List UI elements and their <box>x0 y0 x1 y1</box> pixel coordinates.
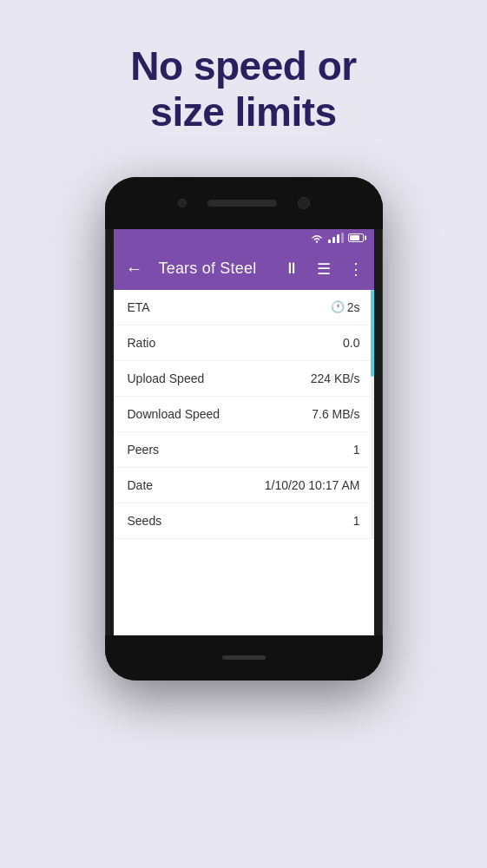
signal-icon <box>328 233 344 243</box>
svg-point-0 <box>315 240 317 242</box>
table-row: Date1/10/20 10:17 AM <box>114 468 374 503</box>
info-value: 0.0 <box>343 336 359 350</box>
info-value: 🕐2s <box>331 300 360 314</box>
battery-icon <box>348 233 364 242</box>
table-row: Upload Speed224 KB/s <box>114 361 374 397</box>
info-value: 1 <box>353 443 360 457</box>
battery-fill <box>350 235 359 240</box>
headline-line1: No speed or <box>130 43 356 89</box>
table-row: Seeds1 <box>114 503 374 539</box>
wifi-icon <box>310 233 324 243</box>
info-rows-container: ETA🕐2sRatio0.0Upload Speed224 KB/sDownlo… <box>114 290 374 539</box>
camera-dot-2 <box>298 197 310 209</box>
list-button[interactable]: ☰ <box>317 260 331 279</box>
info-label: Date <box>128 478 154 492</box>
status-icons <box>310 233 364 243</box>
info-value-text: 1 <box>353 514 360 528</box>
info-value: 1 <box>353 514 360 528</box>
clock-icon: 🕐 <box>331 300 345 313</box>
info-label: Download Speed <box>128 407 220 421</box>
scroll-indicator <box>371 290 374 539</box>
phone-shell: ← Tears of Steel ⏸ ☰ ⋮ ETA🕐2sRatio0.0Upl… <box>105 177 383 681</box>
table-row: Peers1 <box>114 432 374 468</box>
toolbar-actions: ⏸ ☰ ⋮ <box>284 260 364 279</box>
headline: No speed or size limits <box>95 43 391 135</box>
info-value: 224 KB/s <box>311 372 360 385</box>
back-button[interactable]: ← <box>124 259 145 279</box>
info-value-text: 1 <box>353 443 360 457</box>
info-value-text: 224 KB/s <box>311 372 360 385</box>
table-row: Ratio0.0 <box>114 326 374 361</box>
more-button[interactable]: ⋮ <box>348 260 364 279</box>
app-toolbar: ← Tears of Steel ⏸ ☰ ⋮ <box>114 248 374 290</box>
info-label: Ratio <box>128 336 156 350</box>
phone-top-bar <box>105 177 383 229</box>
camera-area <box>178 197 310 209</box>
toolbar-title: Tears of Steel <box>159 260 270 278</box>
info-label: Peers <box>128 443 160 457</box>
info-value-text: 7.6 MB/s <box>312 407 359 421</box>
info-value: 7.6 MB/s <box>312 407 359 421</box>
home-indicator <box>222 655 266 660</box>
speaker <box>207 200 277 207</box>
status-bar <box>114 227 374 248</box>
table-row: Download Speed7.6 MB/s <box>114 397 374 432</box>
info-value-text: 2s <box>347 300 360 314</box>
info-label: Upload Speed <box>128 372 205 385</box>
phone-screen: ← Tears of Steel ⏸ ☰ ⋮ ETA🕐2sRatio0.0Upl… <box>114 227 374 635</box>
pause-button[interactable]: ⏸ <box>284 260 299 278</box>
info-value: 1/10/20 10:17 AM <box>265 478 360 492</box>
scroll-fill <box>371 290 374 377</box>
phone-bottom <box>105 635 383 681</box>
phone-mockup: ← Tears of Steel ⏸ ☰ ⋮ ETA🕐2sRatio0.0Upl… <box>105 177 383 681</box>
info-label: Seeds <box>128 514 162 528</box>
content-area: ETA🕐2sRatio0.0Upload Speed224 KB/sDownlo… <box>114 290 374 539</box>
info-label: ETA <box>128 300 150 314</box>
table-row: ETA🕐2s <box>114 290 374 326</box>
info-value-text: 0.0 <box>343 336 359 350</box>
info-value-text: 1/10/20 10:17 AM <box>265 478 360 492</box>
headline-line2: size limits <box>150 89 336 135</box>
front-camera <box>178 199 187 207</box>
